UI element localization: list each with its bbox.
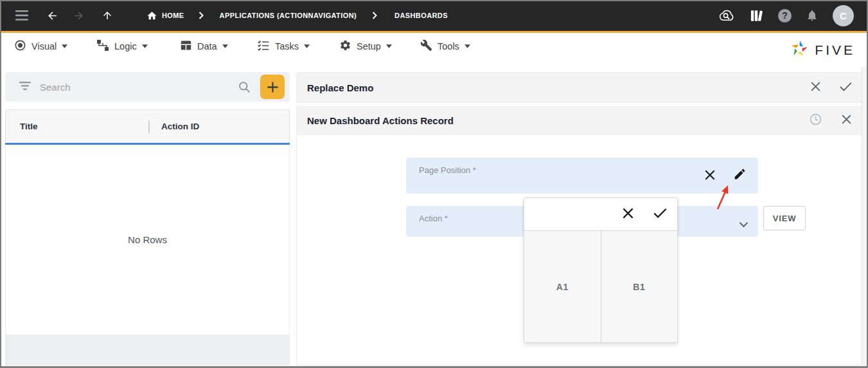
library-books-icon[interactable] xyxy=(749,8,764,23)
caret-down-icon xyxy=(386,44,392,48)
appbar-actions: ? C xyxy=(718,5,868,26)
notifications-bell-icon[interactable] xyxy=(806,9,819,22)
search-icon[interactable] xyxy=(238,80,251,97)
column-divider xyxy=(148,120,150,133)
tasks-icon xyxy=(257,40,270,53)
menu-visual[interactable]: Visual xyxy=(14,33,67,60)
tools-wrench-icon xyxy=(420,39,432,53)
menu-data-label: Data xyxy=(197,41,217,51)
search-bar xyxy=(5,72,290,102)
menu-tools-label: Tools xyxy=(438,41,459,51)
menu-setup-label: Setup xyxy=(357,41,381,51)
data-icon xyxy=(180,40,192,53)
cloud-search-icon[interactable] xyxy=(718,9,735,23)
brand-logo: FIVE xyxy=(790,37,855,64)
page-position-field[interactable]: Page Position * xyxy=(406,158,758,194)
menu-setup[interactable]: Setup xyxy=(339,33,392,60)
menu-tasks[interactable]: Tasks xyxy=(257,33,310,60)
scrollbar-track[interactable] xyxy=(862,67,867,365)
record-form-header: New Dashboard Actions Record xyxy=(296,106,863,135)
app-window: HOME APPLICATIONS (ACTIONNAVIGATION) DAS… xyxy=(0,0,868,368)
forward-arrow-icon[interactable] xyxy=(73,10,85,22)
actions-grid: Title Action ID No Rows xyxy=(5,109,290,365)
column-header-title[interactable]: Title xyxy=(20,122,38,131)
page-title: Replace Demo xyxy=(307,82,373,93)
replace-demo-header: Replace Demo xyxy=(296,72,863,103)
caret-down-icon xyxy=(304,44,310,48)
column-header-action-id[interactable]: Action ID xyxy=(161,122,199,131)
brand-wordmark: FIVE xyxy=(815,42,855,58)
home-icon xyxy=(146,10,157,21)
main-menu-bar: Visual Logic Data Tasks Setup Tools xyxy=(0,33,868,67)
history-clock-icon[interactable] xyxy=(809,113,822,129)
edit-pencil-icon[interactable] xyxy=(733,167,747,183)
grid-body: No Rows xyxy=(5,145,290,335)
record-title: New Dashboard Actions Record xyxy=(307,115,454,126)
breadcrumb-home[interactable]: HOME xyxy=(146,10,184,21)
menu-visual-label: Visual xyxy=(31,41,57,51)
top-app-bar: HOME APPLICATIONS (ACTIONNAVIGATION) DAS… xyxy=(0,0,868,31)
breadcrumb-applications[interactable]: APPLICATIONS (ACTIONNAVIGATION) xyxy=(220,12,357,19)
menu-logic[interactable]: Logic xyxy=(96,33,148,60)
grid-header: Title Action ID xyxy=(5,109,290,143)
caret-down-icon xyxy=(142,44,148,48)
search-input[interactable] xyxy=(40,82,213,93)
view-button[interactable]: VIEW xyxy=(763,206,806,230)
user-avatar[interactable]: C xyxy=(833,5,854,26)
position-picker-toolbar xyxy=(524,198,678,231)
position-picker-grid: A1 B1 xyxy=(524,231,678,343)
caret-down-icon xyxy=(222,44,228,48)
up-arrow-icon[interactable] xyxy=(102,10,113,21)
cancel-icon[interactable] xyxy=(810,81,821,95)
help-icon[interactable]: ? xyxy=(778,9,792,23)
empty-state-message: No Rows xyxy=(128,234,167,245)
confirm-check-icon[interactable] xyxy=(840,82,852,94)
menu-logic-label: Logic xyxy=(114,41,137,51)
breadcrumb-home-label: HOME xyxy=(162,12,184,19)
page-position-label: Page Position * xyxy=(419,165,476,175)
visual-icon xyxy=(14,39,26,53)
breadcrumb-separator-icon xyxy=(372,12,378,19)
five-pinwheel-icon xyxy=(790,39,809,61)
picker-confirm-icon[interactable] xyxy=(653,208,667,221)
menu-data[interactable]: Data xyxy=(180,33,228,60)
caret-down-icon xyxy=(62,44,67,48)
add-record-button[interactable] xyxy=(260,75,285,99)
hamburger-menu-icon[interactable] xyxy=(15,10,28,21)
breadcrumb-separator-icon xyxy=(199,12,204,19)
close-record-icon[interactable] xyxy=(841,114,852,127)
position-cell-b1[interactable]: B1 xyxy=(601,231,678,342)
caret-down-icon xyxy=(465,44,470,48)
breadcrumb-dashboards[interactable]: DASHBOARDS xyxy=(394,12,448,19)
picker-cancel-icon[interactable] xyxy=(622,207,634,222)
position-cell-a1[interactable]: A1 xyxy=(524,231,601,342)
action-label: Action * xyxy=(419,214,448,223)
menu-tools[interactable]: Tools xyxy=(420,33,470,60)
grid-footer xyxy=(5,335,290,365)
menu-tasks-label: Tasks xyxy=(275,41,299,51)
filter-icon[interactable] xyxy=(19,81,31,93)
clear-page-position-icon[interactable] xyxy=(704,169,716,183)
chevron-down-icon[interactable] xyxy=(739,219,748,230)
logic-icon xyxy=(96,39,109,53)
accent-divider xyxy=(0,31,868,33)
back-arrow-icon[interactable] xyxy=(46,10,58,22)
setup-gear-icon xyxy=(339,39,351,53)
